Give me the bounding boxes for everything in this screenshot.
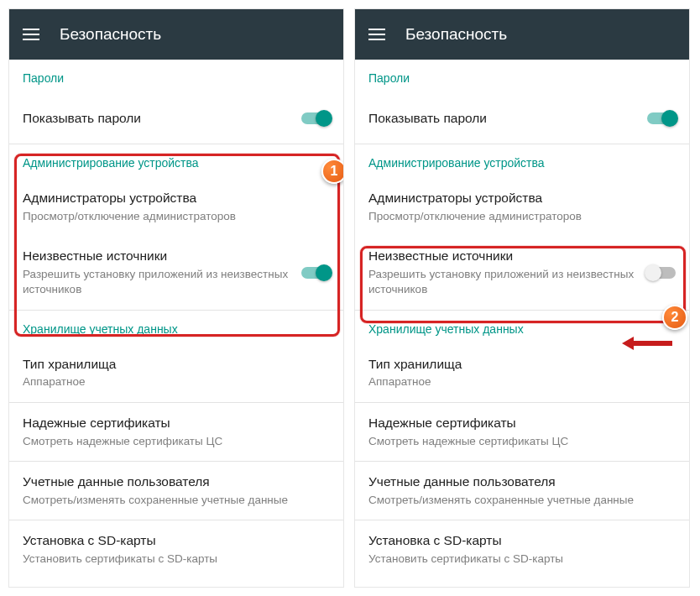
title-trusted-certs: Надежные сертификаты xyxy=(23,415,330,432)
appbar: Безопасность xyxy=(355,9,689,60)
title-user-creds: Учетные данные пользователя xyxy=(23,473,330,491)
toggle-show-passwords[interactable] xyxy=(301,112,330,124)
row-show-passwords[interactable]: Показывать пароли xyxy=(355,93,689,144)
row-storage-type[interactable]: Тип хранилища Аппаратное xyxy=(355,344,689,402)
title-device-admins: Администраторы устройства xyxy=(23,190,330,207)
title-storage-type: Тип хранилища xyxy=(23,356,330,374)
row-storage-type[interactable]: Тип хранилища Аппаратное xyxy=(9,344,343,402)
row-device-admins[interactable]: Администраторы устройства Просмотр/отклю… xyxy=(355,178,689,236)
title-user-creds: Учетные данные пользователя xyxy=(368,473,676,491)
sub-device-admins: Просмотр/отключение администраторов xyxy=(23,209,330,224)
title-storage-type: Тип хранилища xyxy=(368,356,676,374)
section-passwords: Пароли xyxy=(9,60,343,93)
annotation-badge-1: 1 xyxy=(321,159,344,184)
sub-trusted-certs: Смотреть надежные сертификаты ЦС xyxy=(368,434,676,449)
annotation-badge-2: 2 xyxy=(662,305,687,330)
menu-icon[interactable] xyxy=(23,29,39,40)
sub-user-creds: Смотреть/изменять сохраненные учетные да… xyxy=(23,493,330,508)
row-device-admins[interactable]: Администраторы устройства Просмотр/отклю… xyxy=(9,178,343,236)
toggle-unknown-sources[interactable] xyxy=(301,267,330,279)
sub-storage-type: Аппаратное xyxy=(23,374,330,389)
row-user-creds[interactable]: Учетные данные пользователя Смотреть/изм… xyxy=(355,462,689,520)
screenshot-left: Безопасность Пароли Показывать пароли Ад… xyxy=(8,8,344,588)
sub-trusted-certs: Смотреть надежные сертификаты ЦС xyxy=(23,434,330,449)
sub-unknown-sources: Разрешить установку приложений из неизве… xyxy=(23,267,291,297)
row-trusted-certs[interactable]: Надежные сертификаты Смотреть надежные с… xyxy=(9,403,343,461)
sub-sd-install: Установить сертификаты с SD-карты xyxy=(368,552,676,567)
title-device-admins: Администраторы устройства xyxy=(368,190,676,207)
title-sd-install: Установка с SD-карты xyxy=(23,532,330,550)
page-title: Безопасность xyxy=(60,25,161,44)
toggle-show-passwords[interactable] xyxy=(647,112,676,124)
row-unknown-sources[interactable]: Неизвестные источники Разрешить установк… xyxy=(9,236,343,309)
sub-sd-install: Установить сертификаты с SD-карты xyxy=(23,552,330,567)
annotation-arrow-icon xyxy=(622,337,672,350)
row-unknown-sources[interactable]: Неизвестные источники Разрешить установк… xyxy=(355,236,689,309)
appbar: Безопасность xyxy=(9,9,343,60)
sub-unknown-sources: Разрешить установку приложений из неизве… xyxy=(368,267,637,297)
row-sd-install[interactable]: Установка с SD-карты Установить сертифик… xyxy=(9,520,343,578)
row-show-passwords[interactable]: Показывать пароли xyxy=(9,93,343,144)
row-user-creds[interactable]: Учетные данные пользователя Смотреть/изм… xyxy=(9,462,343,520)
title-sd-install: Установка с SD-карты xyxy=(368,532,676,550)
section-creds: Хранилище учетных данных xyxy=(9,311,343,344)
title-unknown-sources: Неизвестные источники xyxy=(23,248,291,265)
section-admin: Администрирование устройства xyxy=(355,144,689,178)
title-trusted-certs: Надежные сертификаты xyxy=(368,415,676,432)
page-title: Безопасность xyxy=(405,25,507,44)
label-show-passwords: Показывать пароли xyxy=(368,110,637,128)
title-unknown-sources: Неизвестные источники xyxy=(368,248,637,265)
screenshot-right: Безопасность Пароли Показывать пароли Ад… xyxy=(354,8,690,588)
sub-device-admins: Просмотр/отключение администраторов xyxy=(368,209,676,224)
label-show-passwords: Показывать пароли xyxy=(23,110,291,128)
sub-storage-type: Аппаратное xyxy=(368,374,676,389)
svg-marker-0 xyxy=(622,337,672,350)
row-sd-install[interactable]: Установка с SD-карты Установить сертифик… xyxy=(355,520,689,578)
section-passwords: Пароли xyxy=(355,60,689,93)
row-trusted-certs[interactable]: Надежные сертификаты Смотреть надежные с… xyxy=(355,403,689,461)
toggle-unknown-sources[interactable] xyxy=(647,267,676,279)
menu-icon[interactable] xyxy=(368,29,385,40)
sub-user-creds: Смотреть/изменять сохраненные учетные да… xyxy=(368,493,676,508)
section-admin: Администрирование устройства xyxy=(9,144,343,178)
